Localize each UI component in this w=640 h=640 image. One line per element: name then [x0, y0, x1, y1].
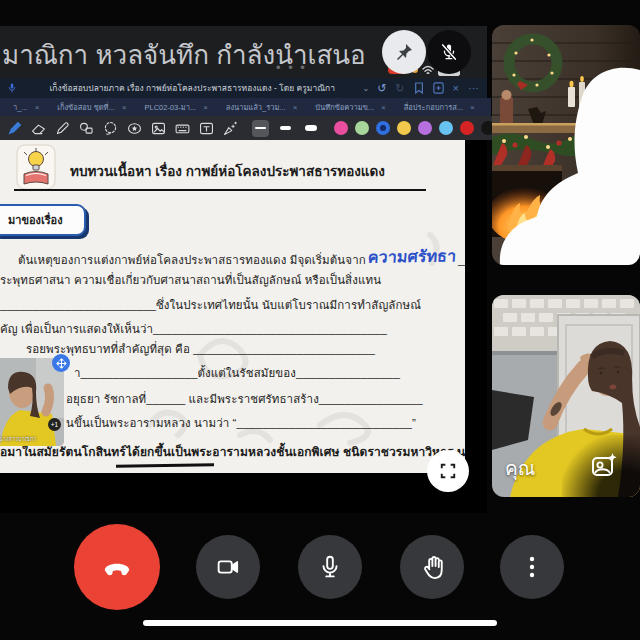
fullscreen-button[interactable] [427, 450, 469, 492]
color-palette [334, 121, 516, 135]
self-video-tile[interactable]: คุณ [492, 295, 640, 497]
mic-toggle-button[interactable] [298, 535, 362, 599]
laser-pointer-tool[interactable] [222, 119, 239, 138]
doc-line-4: คัญ เพื่อเป็นการแสดงให้เห็นว่า__________… [0, 320, 387, 338]
add-page-button[interactable] [433, 82, 444, 94]
undo-button[interactable]: ↺ [377, 82, 386, 95]
document-header-title: ทบทวนเนื้อหา เรื่อง กาพย์ห่อโคลงประพาสธา… [70, 160, 385, 182]
close-document-button[interactable]: × [453, 82, 459, 94]
tab-2[interactable]: PLC02-03-มา...× [135, 98, 216, 116]
doc-line-7: อยุธยา รัชกาลที่______ และมีพระราชศรัทธา… [66, 390, 423, 408]
title-dropdown-chevron[interactable]: ⌄ [362, 84, 369, 93]
pin-participant-button[interactable] [382, 30, 426, 74]
lasso-tool[interactable] [102, 119, 119, 138]
keyboard-tool[interactable] [174, 119, 191, 138]
pdf-app-titlebar: เก็งข้อสอบปลายภาค เรื่อง กาพย์ห่อโคลงประ… [0, 78, 487, 98]
more-options-button[interactable] [500, 535, 564, 599]
doc-line-1: ต้นเหตุของการแต่งกาพย์ห่อโคลงประพาสธารทอ… [18, 246, 465, 271]
tab-close-icon[interactable]: × [122, 103, 127, 112]
vertical-dots-icon [519, 554, 545, 580]
color-swatch-red[interactable] [460, 121, 474, 135]
presenter-pip-video[interactable]: นางสาวมาณิกา +1 [0, 358, 64, 446]
presenter-banner: มาณิกา หวลจันทึก กำลังนำเสนอ • • • [0, 26, 487, 78]
doc-line-8: นขึ้นเป็นพระอารามหลวง นามว่า “__________… [66, 414, 416, 432]
screen-share-region: เก็งข้อสอบปลายภาค เรื่อง กาพย์ห่อโคลงประ… [0, 78, 487, 513]
tab-3[interactable]: ลงนามแล้ว_รวม...× [217, 98, 306, 116]
participant-mic-muted-button[interactable] [427, 30, 471, 74]
participant-video-fireplace[interactable] [492, 25, 640, 265]
document-tabbar: า_...× เก็งข้อสอบ ชุดที่...× PLC02-03-มา… [0, 98, 491, 116]
doc-line-2: ระพุทธศาสนา ความเชื่อเกี่ยวกับศาสนาสถานท… [0, 271, 381, 289]
pen-tool-selected[interactable] [6, 119, 23, 138]
eraser-tool[interactable] [30, 119, 47, 138]
camera-icon [213, 552, 243, 582]
stamp-tool[interactable] [126, 119, 143, 138]
doc-line-3: ________________________ซึ่งในประเทศไทยน… [0, 296, 421, 314]
doc-line-6: า__________________ตั้งแต่ในรัชสมัยของ__… [74, 364, 400, 382]
doc-line-9: อมาในสมัยรัตนโกสินทร์ได้ยกขึ้นเป็นพระอาร… [0, 442, 465, 461]
tab-close-icon[interactable]: × [470, 103, 475, 112]
color-swatch-green[interactable] [355, 121, 369, 135]
tab-close-icon[interactable]: × [35, 103, 40, 112]
tab-4[interactable]: บันทึกข้อความข...× [306, 98, 394, 116]
lightbulb-book-icon [16, 144, 56, 190]
home-indicator[interactable] [143, 620, 497, 626]
mic-icon [315, 552, 345, 582]
color-swatch-yellow[interactable] [397, 121, 411, 135]
titlebar-more-button[interactable]: ··· [468, 82, 479, 94]
tab-5[interactable]: สื่อประกอบการส...× [395, 98, 484, 116]
presenter-name-text: มาณิกา หวลจันทึก กำลังนำเสนอ [2, 34, 366, 75]
pushpin-icon [394, 42, 414, 62]
pip-plus-badge: +1 [48, 418, 61, 431]
camera-toggle-button[interactable] [196, 535, 260, 599]
tab-1[interactable]: เก็งข้อสอบ ชุดที่...× [48, 98, 135, 116]
hangup-phone-icon [97, 547, 137, 587]
meet-screen: มาณิกา หวลจันทึก กำลังนำเสนอ • • • [0, 0, 640, 640]
bookmark-button[interactable] [414, 82, 424, 94]
raised-hand-icon [417, 552, 447, 582]
doc-line-5: รอยพระพุทธบาทที่สำคัญที่สุด คือ ________… [26, 340, 375, 358]
pip-name-label: นางสาวมาณิกา [0, 435, 36, 443]
pencil-tool[interactable] [54, 119, 71, 138]
tab-close-icon[interactable]: × [293, 103, 298, 112]
color-swatch-blue-selected[interactable] [376, 121, 390, 135]
stroke-medium[interactable] [277, 120, 294, 137]
end-call-button[interactable] [74, 524, 160, 610]
raise-hand-button[interactable] [400, 535, 464, 599]
handwritten-answer: ความศรัทธา [367, 243, 457, 270]
document-page[interactable]: ทบทวนเนื้อหา เรื่อง กาพย์ห่อโคลงประพาสธา… [0, 140, 465, 473]
drag-handle-dots: • • • [276, 60, 307, 75]
self-name-label: คุณ [505, 453, 535, 483]
pip-move-button[interactable] [52, 354, 70, 372]
tab-0[interactable]: า_...× [4, 98, 48, 116]
color-swatch-pink[interactable] [334, 121, 348, 135]
tab-close-icon[interactable]: × [203, 103, 208, 112]
redo-button[interactable]: ↻ [395, 82, 404, 95]
mic-off-icon [439, 42, 459, 62]
text-tool[interactable] [198, 119, 215, 138]
header-divider [14, 189, 426, 191]
move-arrows-icon [56, 358, 67, 369]
app-mic-icon[interactable] [6, 82, 18, 94]
stroke-thin-selected[interactable] [252, 120, 269, 137]
fullscreen-icon [440, 463, 456, 479]
annotation-toolbar [0, 116, 493, 140]
image-tool[interactable] [150, 119, 167, 138]
pip-video-frame [0, 358, 64, 446]
fireplace-scene [492, 25, 640, 265]
topic-box: มาของเรื่อง [0, 204, 86, 236]
tab-close-icon[interactable]: × [381, 103, 386, 112]
document-title[interactable]: เก็งข้อสอบปลายภาค เรื่อง กาพย์ห่อโคลงประ… [18, 81, 366, 95]
color-swatch-purple[interactable] [418, 121, 432, 135]
color-swatch-cyan[interactable] [439, 121, 453, 135]
stroke-width-group [252, 120, 319, 137]
background-effects-button[interactable] [589, 450, 619, 480]
stroke-thick[interactable] [302, 120, 319, 137]
shapes-tool[interactable] [78, 119, 95, 138]
